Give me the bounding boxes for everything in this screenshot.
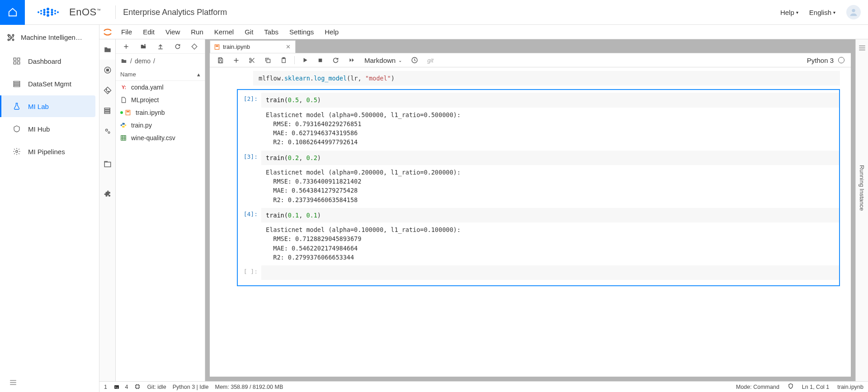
svg-rect-23 <box>14 62 16 64</box>
interrupt-button[interactable] <box>314 57 327 63</box>
sidebar-item-milab[interactable]: MI Lab <box>0 95 95 117</box>
rail-files[interactable] <box>99 39 115 60</box>
fb-header[interactable]: Name ▴ <box>116 68 205 81</box>
restart-button[interactable] <box>329 57 343 64</box>
menu-git[interactable]: Git <box>239 28 259 36</box>
stat-ln[interactable]: Ln 1, Col 1 <box>802 384 829 390</box>
new-folder[interactable] <box>137 42 150 52</box>
notebook-icon <box>125 109 132 116</box>
cell-input[interactable]: train(0.5, 0.5) <box>261 93 839 107</box>
rail-running[interactable] <box>99 60 115 80</box>
menu-edit[interactable]: Edit <box>137 28 160 36</box>
menu-kernel[interactable]: Kernel <box>209 28 239 36</box>
right-panel-collapsed: Running Instance <box>855 39 868 381</box>
kernel-indicator[interactable] <box>134 383 141 390</box>
rail-extensions[interactable] <box>99 183 115 203</box>
cell-input[interactable]: train(0.2, 0.2) <box>261 151 839 165</box>
fb-breadcrumb[interactable]: / demo / <box>116 54 205 68</box>
stat-count1: 1 <box>104 384 107 390</box>
stat-kernel[interactable]: Python 3 | Idle <box>173 384 209 390</box>
tab-close[interactable]: ✕ <box>286 43 291 50</box>
save-button[interactable] <box>213 57 227 64</box>
copy-button[interactable] <box>261 57 275 64</box>
running-instance-tab[interactable]: Running Instance <box>859 165 865 211</box>
menu-file[interactable]: File <box>116 28 137 36</box>
menu-view[interactable]: View <box>160 28 185 36</box>
sidebar-collapse[interactable] <box>0 373 99 392</box>
language-menu[interactable]: English▾ <box>809 9 835 16</box>
svg-point-9 <box>51 9 53 11</box>
svg-point-47 <box>250 61 251 62</box>
dashboard-icon <box>13 57 21 65</box>
rail-tabs[interactable] <box>99 154 115 174</box>
menu-tabs[interactable]: Tabs <box>259 28 284 36</box>
module-icon <box>6 33 15 42</box>
rail-settings[interactable] <box>99 121 115 141</box>
kernel-name[interactable]: Python 3 <box>807 57 834 64</box>
restart-run-all-button[interactable] <box>344 57 359 63</box>
cell-prompt: [3]: <box>238 151 261 165</box>
run-button[interactable] <box>298 57 312 63</box>
sidebar-item-pipelines[interactable]: MI Pipelines <box>4 141 95 162</box>
collapse-icon <box>9 378 17 387</box>
svg-point-13 <box>54 13 56 14</box>
cut-button[interactable] <box>245 57 259 64</box>
sidebar-item-dashboard[interactable]: Dashboard <box>4 50 95 72</box>
cell-prompt: [ ]: <box>238 265 261 280</box>
file-item[interactable]: MLproject <box>116 94 205 106</box>
svg-point-17 <box>12 34 14 36</box>
file-item[interactable]: Y: conda.yaml <box>116 81 205 94</box>
terminal-count[interactable]: 4 <box>113 384 128 390</box>
svg-rect-21 <box>14 58 16 60</box>
cell-type-dropdown[interactable]: Markdown ⌄ <box>361 57 406 64</box>
sidebar-item-label: MI Lab <box>28 103 49 110</box>
tab-train-ipynb[interactable]: train.ipynb ✕ <box>210 40 296 53</box>
file-item[interactable]: train.py <box>116 119 205 132</box>
menu-help[interactable]: Help <box>319 28 344 36</box>
nb-scroll-area[interactable]: mlflow.sklearn.log_model(lr, "model") [2… <box>210 67 851 377</box>
refresh[interactable] <box>172 42 184 52</box>
save-icon <box>217 57 224 64</box>
file-item[interactable]: wine-quality.csv <box>116 132 205 144</box>
upload[interactable] <box>155 42 166 52</box>
svg-rect-40 <box>127 111 129 112</box>
code-cell[interactable]: [3]: train(0.2, 0.2) Elasticnet model (a… <box>238 151 839 205</box>
selected-cells: [2]: train(0.5, 0.5) Elasticnet model (a… <box>237 89 840 286</box>
stat-git[interactable]: Git: idle <box>147 384 166 390</box>
new-launcher[interactable] <box>120 42 132 52</box>
expand-icon[interactable] <box>858 44 866 52</box>
paste-button[interactable] <box>277 57 291 64</box>
svg-rect-39 <box>126 110 130 115</box>
help-menu[interactable]: Help▾ <box>780 9 798 16</box>
svg-point-0 <box>38 11 39 13</box>
rail-commands[interactable] <box>99 100 115 121</box>
menu-run[interactable]: Run <box>185 28 209 36</box>
code-cell-empty[interactable]: [ ]: <box>238 265 839 280</box>
avatar[interactable] <box>846 5 861 19</box>
copy-icon <box>264 57 271 64</box>
git-icon <box>104 86 112 94</box>
code-cell[interactable]: [2]: train(0.5, 0.5) Elasticnet model (a… <box>238 93 839 147</box>
sidebar-item-dataset[interactable]: DataSet Mgmt <box>4 73 95 94</box>
git-tool[interactable] <box>189 42 200 52</box>
history-button[interactable] <box>407 57 422 64</box>
svg-point-16 <box>8 34 9 36</box>
rail-git[interactable] <box>99 80 115 100</box>
running-indicator-icon <box>120 111 123 114</box>
git-link[interactable]: git <box>424 57 437 64</box>
stat-mode: Mode: Command <box>736 384 779 390</box>
menu-settings[interactable]: Settings <box>284 28 319 36</box>
svg-rect-51 <box>319 58 322 62</box>
svg-point-2 <box>40 13 42 14</box>
logo-text: EnOS™ <box>69 6 101 18</box>
svg-point-18 <box>8 39 9 40</box>
cell-input[interactable]: train(0.1, 0.1) <box>261 208 839 222</box>
code-cell[interactable]: [4]: train(0.1, 0.1) Elasticnet model (a… <box>238 208 839 263</box>
home-button[interactable] <box>0 0 25 25</box>
svg-rect-33 <box>104 108 110 109</box>
sidebar-item-mihub[interactable]: MI Hub <box>4 118 95 140</box>
file-item[interactable]: train.ipynb <box>116 106 205 119</box>
cell-input[interactable] <box>261 265 839 280</box>
trust-indicator[interactable] <box>788 383 794 391</box>
add-cell-button[interactable] <box>229 57 243 64</box>
